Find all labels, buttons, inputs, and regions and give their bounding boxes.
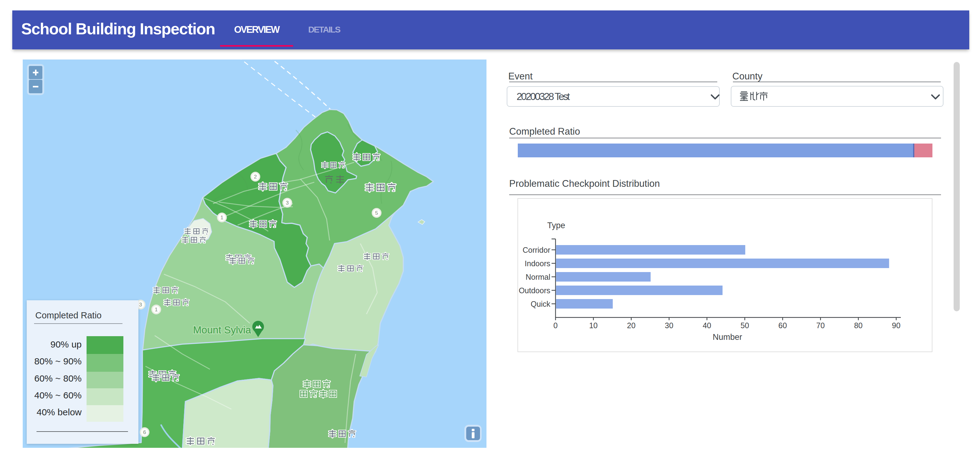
- svg-text:2: 2: [254, 174, 256, 180]
- svg-text:10: 10: [589, 321, 598, 330]
- svg-text:Outdoors: Outdoors: [519, 286, 550, 295]
- svg-text:Normal: Normal: [525, 272, 550, 281]
- svg-text:3: 3: [286, 200, 288, 206]
- svg-text:6: 6: [143, 429, 146, 435]
- svg-text:Mount Sylvia: Mount Sylvia: [193, 324, 251, 336]
- svg-text:20: 20: [627, 321, 636, 330]
- svg-text:5: 5: [375, 210, 378, 216]
- svg-text:50: 50: [741, 321, 749, 330]
- svg-text:0: 0: [554, 321, 558, 330]
- svg-text:70: 70: [816, 321, 825, 330]
- svg-text:60: 60: [778, 321, 787, 330]
- svg-text:1: 1: [155, 307, 158, 312]
- svg-text:Type: Type: [547, 221, 565, 230]
- svg-text:1: 1: [220, 215, 223, 220]
- svg-text:30: 30: [665, 321, 673, 330]
- svg-text:Quick: Quick: [531, 299, 550, 308]
- svg-text:Corridor: Corridor: [523, 246, 550, 254]
- svg-text:3: 3: [139, 302, 142, 307]
- svg-text:40: 40: [703, 321, 711, 330]
- svg-text:80: 80: [854, 321, 863, 330]
- svg-text:Number: Number: [713, 333, 742, 342]
- svg-text:Indoors: Indoors: [525, 259, 550, 268]
- svg-text:90: 90: [892, 321, 900, 330]
